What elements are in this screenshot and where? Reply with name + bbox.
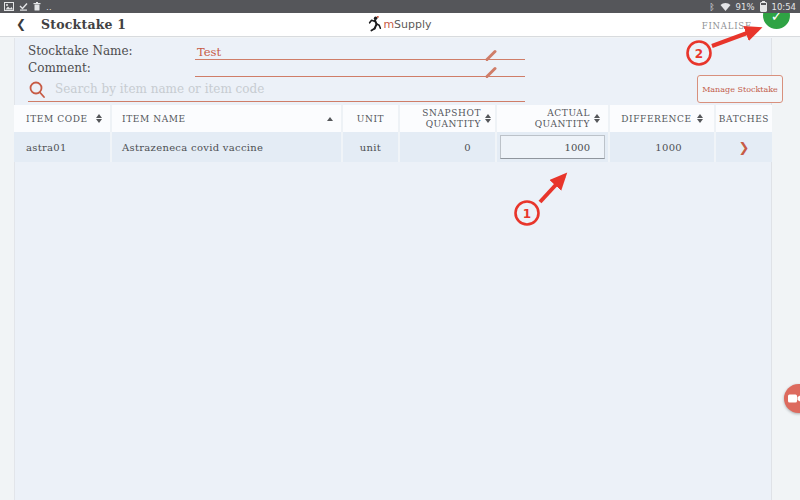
unit-cell: unit — [341, 132, 398, 162]
more-notifications-icon: ‥ — [46, 2, 53, 12]
brand-supply: Supply — [394, 18, 432, 31]
runner-icon — [368, 16, 381, 32]
trash-icon — [33, 2, 41, 11]
msupply-logo: mSupply — [368, 16, 431, 32]
back-button[interactable]: ❮ — [16, 17, 26, 31]
screenshot-icon — [4, 2, 14, 11]
column-header-actual-quantity[interactable]: ACTUAL QUANTITY — [495, 105, 608, 132]
edit-pencil-icon[interactable] — [485, 46, 497, 58]
screen-recorder-fab[interactable] — [784, 384, 800, 413]
android-status-bar: ‥ ᛒ 91% 10:54 — [0, 0, 800, 13]
column-header-unit[interactable]: UNIT — [341, 105, 398, 132]
finalise-label[interactable]: FINALISE — [702, 21, 752, 31]
column-header-item-code[interactable]: ITEM CODE — [14, 105, 110, 132]
battery-icon — [760, 2, 767, 12]
search-icon — [28, 80, 47, 99]
search-input[interactable] — [47, 82, 525, 98]
download-done-icon — [19, 2, 28, 11]
bluetooth-icon: ᛒ — [709, 2, 714, 12]
manage-stocktake-button[interactable]: Manage Stocktake — [697, 75, 783, 103]
item-code-cell: astra01 — [14, 132, 110, 162]
app-header: ❮ Stocktake 1 mSupply FINALISE — [0, 13, 800, 37]
comment-field[interactable] — [195, 61, 525, 77]
system-icons: ᛒ 91% 10:54 — [709, 2, 796, 12]
comment-label: Comment: — [28, 61, 91, 75]
edit-pencil-icon[interactable] — [485, 63, 497, 75]
clock: 10:54 — [772, 2, 797, 12]
item-search-bar — [28, 78, 525, 102]
stocktake-name-label: Stocktake Name: — [28, 44, 133, 58]
batches-cell[interactable]: ❯ — [714, 132, 772, 162]
table-header: ITEM CODE ITEM NAME UNIT SNAPSHOT QUANTI… — [14, 105, 772, 132]
battery-percent: 91% — [736, 2, 755, 12]
difference-cell: 1000 — [608, 132, 714, 162]
notification-icons: ‥ — [4, 2, 53, 12]
actual-quantity-cell — [495, 132, 608, 162]
batches-chevron-icon: ❯ — [738, 140, 749, 155]
column-header-item-name[interactable]: ITEM NAME — [110, 105, 341, 132]
video-camera-icon — [788, 394, 800, 403]
table-row[interactable]: astra01 Astrazeneca covid vaccine unit 0… — [14, 132, 772, 162]
stocktake-name-value: Test — [197, 45, 221, 59]
brand-m: m — [383, 18, 394, 31]
stocktake-name-field[interactable]: Test — [195, 44, 525, 60]
item-name-cell: Astrazeneca covid vaccine — [110, 132, 341, 162]
column-header-batches[interactable]: BATCHES — [714, 105, 772, 132]
column-header-difference[interactable]: DIFFERENCE — [608, 105, 714, 132]
snapshot-quantity-cell: 0 — [398, 132, 495, 162]
app-screen: ‥ ᛒ 91% 10:54 ❮ Stocktake 1 mSupply — [0, 0, 800, 500]
wifi-icon — [720, 2, 731, 11]
sort-ascending-icon — [327, 117, 333, 121]
sort-icon — [594, 114, 600, 123]
sort-icon — [96, 114, 102, 123]
actual-quantity-input[interactable] — [500, 135, 605, 159]
sort-icon — [485, 114, 491, 123]
page-title: Stocktake 1 — [41, 17, 126, 32]
column-header-snapshot-quantity[interactable]: SNAPSHOT QUANTITY — [398, 105, 495, 132]
sort-icon — [697, 114, 703, 123]
